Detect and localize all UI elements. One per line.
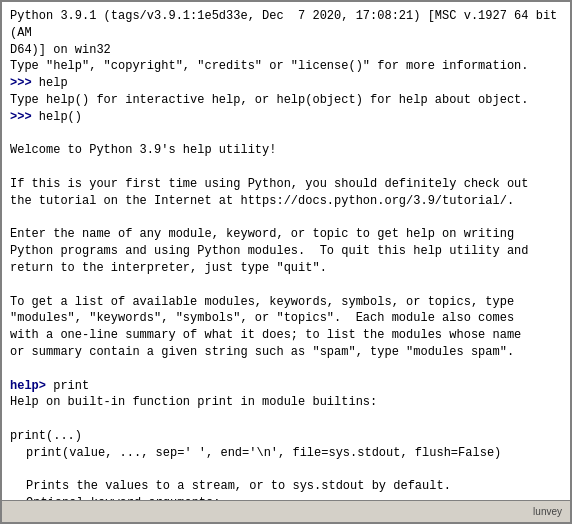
terminal-output[interactable]: Python 3.9.1 (tags/v3.9.1:1e5d33e, Dec 7… [2,2,570,500]
line-20: print(value, ..., sep=' ', end='\n', fil… [10,445,562,462]
line-blank-7 [10,462,562,479]
line-blank-5 [10,361,562,378]
line-6: >>> help() [10,109,562,126]
line-12: return to the interpreter, just type "qu… [10,260,562,277]
footer-bar: lunvey [2,500,570,522]
prompt-2: >>> [10,110,39,124]
line-1: Python 3.9.1 (tags/v3.9.1:1e5d33e, Dec 7… [10,8,562,42]
line-blank-2 [10,159,562,176]
line-blank-6 [10,411,562,428]
line-15: with a one-line summary of what it does;… [10,327,562,344]
line-3: Type "help", "copyright", "credits" or "… [10,58,562,75]
line-19: print(...) [10,428,562,445]
line-9: the tutorial on the Internet at https://… [10,193,562,210]
line-10: Enter the name of any module, keyword, o… [10,226,562,243]
footer-logo: lunvey [533,506,562,517]
line-4: >>> help [10,75,562,92]
line-14: "modules", "keywords", "symbols", or "to… [10,310,562,327]
line-5: Type help() for interactive help, or hel… [10,92,562,109]
help-prompt-1: help> [10,379,53,393]
line-2: D64)] on win32 [10,42,562,59]
line-blank-3 [10,210,562,227]
line-21: Prints the values to a stream, or to sys… [10,478,562,495]
line-8: If this is your first time using Python,… [10,176,562,193]
line-11: Python programs and using Python modules… [10,243,562,260]
line-blank-4 [10,277,562,294]
line-16: or summary contain a given string such a… [10,344,562,361]
line-13: To get a list of available modules, keyw… [10,294,562,311]
line-18: Help on built-in function print in modul… [10,394,562,411]
prompt-1: >>> [10,76,39,90]
line-blank-1 [10,126,562,143]
line-17: help> print [10,378,562,395]
python-terminal-window: Python 3.9.1 (tags/v3.9.1:1e5d33e, Dec 7… [0,0,572,524]
line-7: Welcome to Python 3.9's help utility! [10,142,562,159]
